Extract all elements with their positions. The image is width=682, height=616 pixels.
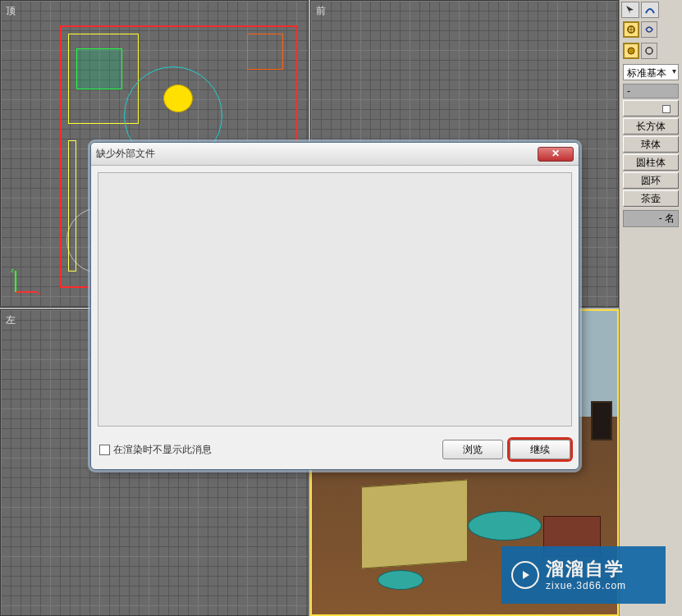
dropdown-label: 标准基本 bbox=[627, 67, 666, 79]
cylinder-button-label: 圆柱体 bbox=[636, 157, 666, 168]
perspective-tabletop bbox=[468, 511, 542, 541]
shapes-category-icon[interactable] bbox=[641, 43, 657, 59]
teapot-button-label: 茶壶 bbox=[641, 193, 661, 204]
perspective-stool bbox=[378, 570, 423, 590]
play-icon bbox=[511, 561, 539, 589]
sphere-button[interactable]: 球体 bbox=[623, 136, 679, 153]
torus-button[interactable]: 圆环 bbox=[623, 172, 679, 189]
geometry-category-icon[interactable] bbox=[623, 43, 639, 59]
torus-button-label: 圆环 bbox=[641, 175, 661, 186]
suppress-message-checkbox-label[interactable]: 在渲染时不显示此消息 bbox=[99, 443, 436, 457]
close-icon: ✕ bbox=[552, 148, 560, 159]
missing-files-dialog: 缺少外部文件 ✕ 在渲染时不显示此消息 浏览 继续 bbox=[90, 142, 579, 470]
svg-point-7 bbox=[628, 48, 634, 54]
dialog-listbox[interactable] bbox=[98, 172, 572, 427]
cylinder-button[interactable]: 圆柱体 bbox=[623, 154, 679, 171]
teapot-button[interactable]: 茶壶 bbox=[623, 190, 679, 207]
svg-text:z: z bbox=[11, 267, 14, 274]
watermark-url: zixue.3d66.com bbox=[546, 580, 626, 591]
browse-button-label: 浏览 bbox=[463, 444, 483, 455]
box-button-label: 长方体 bbox=[636, 121, 666, 132]
rollup-name-color[interactable]: - 名 bbox=[623, 210, 679, 227]
viewport-label-top: 顶 bbox=[6, 4, 16, 18]
create-tab-icon[interactable] bbox=[623, 21, 639, 38]
modify-tab-icon[interactable] bbox=[641, 21, 657, 38]
dialog-titlebar[interactable]: 缺少外部文件 ✕ bbox=[91, 143, 579, 166]
browse-button[interactable]: 浏览 bbox=[442, 440, 503, 459]
perspective-furniture bbox=[361, 479, 468, 568]
arrow-tool-icon[interactable] bbox=[621, 2, 639, 18]
primitive-type-dropdown[interactable]: 标准基本 bbox=[623, 64, 679, 80]
box-button[interactable]: 长方体 bbox=[623, 118, 679, 135]
category-row bbox=[620, 41, 682, 62]
viewport-label-front: 前 bbox=[316, 4, 326, 18]
rollup-object-type[interactable]: - bbox=[623, 84, 679, 98]
svg-point-8 bbox=[646, 48, 652, 54]
top-toolbar bbox=[620, 0, 682, 20]
viewport-label-left: 左 bbox=[6, 313, 16, 327]
suppress-message-checkbox[interactable] bbox=[99, 445, 110, 455]
watermark-title: 溜溜自学 bbox=[546, 559, 626, 580]
autogrid-checkbox[interactable] bbox=[662, 105, 671, 113]
autogrid-checkbox-row[interactable] bbox=[623, 100, 679, 116]
axis-gizmo: x z bbox=[9, 266, 42, 299]
command-tabs bbox=[620, 20, 682, 41]
command-panel: 标准基本 - 长方体 球体 圆柱体 圆环 茶壶 - 名 bbox=[619, 0, 682, 616]
perspective-wallart bbox=[591, 401, 612, 440]
close-button[interactable]: ✕ bbox=[538, 147, 574, 162]
watermark-banner: 溜溜自学 zixue.3d66.com bbox=[501, 546, 666, 604]
dialog-title: 缺少外部文件 bbox=[96, 147, 538, 161]
continue-button-label: 继续 bbox=[530, 444, 550, 455]
svg-text:x: x bbox=[37, 290, 40, 297]
checkbox-text: 在渲染时不显示此消息 bbox=[113, 443, 212, 457]
continue-button[interactable]: 继续 bbox=[510, 440, 570, 459]
sphere-button-label: 球体 bbox=[641, 139, 661, 150]
dialog-footer: 在渲染时不显示此消息 浏览 继续 bbox=[91, 433, 579, 466]
arc-tool-icon[interactable] bbox=[641, 2, 659, 18]
